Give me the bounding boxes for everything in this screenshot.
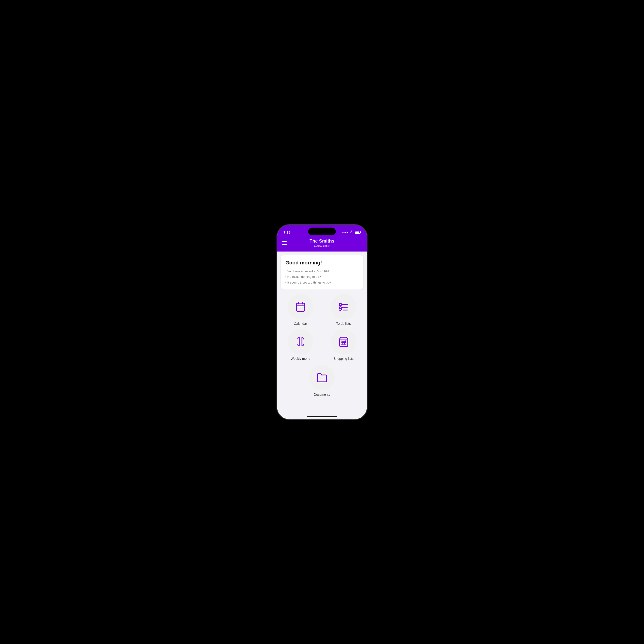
nav-item-documents[interactable]: Documents bbox=[309, 365, 335, 396]
svg-line-14 bbox=[342, 341, 342, 343]
greeting-title: Good morning! bbox=[285, 260, 359, 266]
signal-dot-3 bbox=[345, 232, 346, 233]
main-content: Good morning! You have an event at 5:43 … bbox=[277, 252, 367, 411]
greeting-card: Good morning! You have an event at 5:43 … bbox=[281, 255, 363, 290]
documents-icon-circle bbox=[309, 365, 335, 390]
status-time: 7:28 bbox=[284, 230, 290, 234]
wifi-icon bbox=[350, 231, 353, 234]
nav-grid-bottom: Documents bbox=[277, 365, 367, 401]
signal-dot-4 bbox=[347, 232, 348, 233]
home-indicator bbox=[277, 411, 367, 419]
menu-line-1 bbox=[282, 241, 287, 242]
todo-icon-circle bbox=[331, 294, 356, 319]
calendar-label: Calendar bbox=[294, 322, 307, 325]
nav-grid: Calendar To-do lists bbox=[277, 290, 367, 365]
shopping-icon bbox=[338, 336, 349, 347]
calendar-icon bbox=[295, 301, 306, 312]
svg-rect-6 bbox=[340, 307, 341, 309]
todo-icon bbox=[338, 301, 349, 312]
greeting-item-1: You have an event at 5:43 PM. bbox=[285, 269, 359, 274]
battery-fill bbox=[355, 231, 359, 233]
status-icons bbox=[342, 231, 360, 234]
svg-rect-0 bbox=[296, 303, 305, 311]
home-bar bbox=[307, 416, 337, 417]
weekly-menu-icon-circle bbox=[288, 329, 313, 354]
signal-dot-2 bbox=[343, 232, 345, 233]
phone-screen: 7:28 bbox=[277, 225, 367, 419]
greeting-item-3: It seems there are things to buy. bbox=[285, 280, 359, 285]
app-header: The Smiths Laura Smith bbox=[277, 236, 367, 252]
menu-line-2 bbox=[282, 243, 287, 243]
svg-line-17 bbox=[345, 341, 345, 343]
dynamic-island bbox=[308, 228, 336, 235]
greeting-items: You have an event at 5:43 PM. No tasks, … bbox=[285, 269, 359, 285]
nav-item-weekly-menu[interactable]: Weekly menu bbox=[281, 329, 320, 360]
menu-button[interactable] bbox=[282, 241, 287, 245]
shopping-label: Shopping lists bbox=[334, 357, 354, 360]
weekly-menu-icon bbox=[295, 336, 306, 347]
nav-item-shopping[interactable]: Shopping lists bbox=[324, 329, 363, 360]
battery-icon bbox=[355, 231, 360, 234]
svg-rect-4 bbox=[340, 304, 341, 305]
header-subtitle: Laura Smith bbox=[282, 244, 362, 248]
svg-line-16 bbox=[344, 341, 345, 344]
phone-frame: 7:28 bbox=[277, 225, 367, 419]
shopping-icon-circle bbox=[331, 329, 356, 354]
signal-dots bbox=[342, 232, 348, 233]
header-title: The Smiths bbox=[282, 238, 362, 244]
weekly-menu-label: Weekly menu bbox=[291, 357, 310, 360]
documents-icon bbox=[316, 372, 328, 383]
signal-dot-1 bbox=[342, 232, 343, 233]
greeting-item-2: No tasks, nothing to do? bbox=[285, 275, 359, 279]
todo-label: To-do lists bbox=[336, 322, 351, 325]
menu-line-3 bbox=[282, 244, 287, 245]
nav-item-calendar[interactable]: Calendar bbox=[281, 294, 320, 325]
svg-line-15 bbox=[343, 341, 343, 344]
calendar-icon-circle bbox=[288, 294, 313, 319]
nav-item-todo[interactable]: To-do lists bbox=[324, 294, 363, 325]
documents-label: Documents bbox=[314, 393, 330, 396]
header-text: The Smiths Laura Smith bbox=[282, 238, 362, 248]
